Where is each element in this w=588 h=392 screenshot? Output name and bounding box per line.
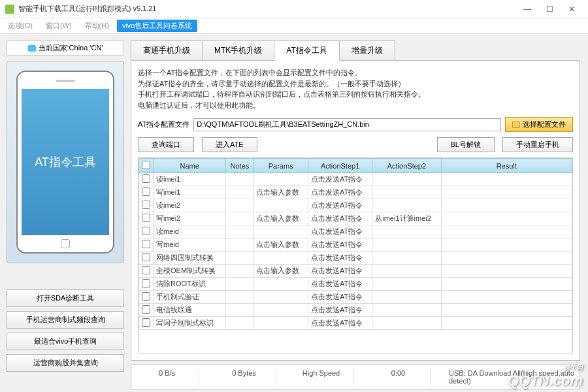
table-cell[interactable]: 从imei1计算imei2 [372, 212, 441, 225]
table-cell [226, 265, 253, 278]
table-cell[interactable]: 点击输入参数 [253, 265, 308, 278]
maximize-button[interactable]: ☐ [538, 2, 561, 16]
table-header[interactable] [139, 159, 154, 173]
choose-config-button[interactable]: 选择配置文件 [505, 117, 573, 132]
table-cell[interactable]: 点击发送AT指令 [308, 278, 372, 291]
table-cell [139, 212, 154, 225]
table-row[interactable]: 读imei1点击发送AT指令 [139, 173, 572, 186]
table-cell [253, 252, 308, 265]
close-button[interactable]: ✕ [561, 2, 583, 16]
table-row[interactable]: 写imei2点击输入参数点击发送AT指令从imei1计算imei2 [139, 212, 572, 225]
table-cell [441, 265, 572, 278]
table-cell [372, 317, 441, 330]
row-checkbox[interactable] [142, 240, 150, 248]
table-cell [372, 252, 441, 265]
table-row[interactable]: 读imei2点击发送AT指令 [139, 199, 572, 212]
table-cell[interactable]: 点击输入参数 [253, 186, 308, 199]
select-all-checkbox[interactable] [142, 161, 150, 169]
manual-reboot-button[interactable]: 手动重启手机 [502, 137, 573, 152]
table-cell[interactable]: 点击发送AT指令 [308, 186, 372, 199]
table-cell[interactable]: 点击发送AT指令 [308, 225, 372, 238]
status-bar: 0 B/s 0 Bytes High Speed 0:00 USB: DA Do… [135, 369, 576, 385]
table-cell [139, 291, 154, 304]
table-row[interactable]: 网络四国制式转换点击发送AT指令 [139, 252, 572, 265]
row-checkbox[interactable] [142, 188, 150, 196]
tab-at-command[interactable]: AT指令工具 [274, 41, 339, 61]
vivo-phone-query-button[interactable]: 最适合vivo手机查询 [7, 333, 124, 350]
table-row[interactable]: 写词子制制式标识点击发送AT指令 [139, 317, 572, 330]
table-header[interactable]: Notes [226, 159, 253, 173]
table-cell[interactable]: 点击发送AT指令 [308, 238, 372, 252]
row-checkbox[interactable] [142, 266, 150, 274]
table-cell[interactable]: 点击发送AT指令 [308, 317, 372, 330]
table-cell [441, 278, 572, 291]
desc-line: 手机打开工程调试端口，待程序自动识别到端口后，点击表格第三列的按钮执行相关指令。 [138, 89, 573, 100]
table-cell[interactable]: 点击发送AT指令 [308, 291, 372, 304]
table-cell[interactable]: 点击发送AT指令 [308, 304, 372, 317]
carrier-band-query-button[interactable]: 手机运营商制式频段查询 [7, 311, 124, 329]
table-cell [253, 173, 308, 186]
table-cell[interactable]: 点击发送AT指令 [308, 173, 372, 186]
row-checkbox[interactable] [142, 279, 150, 287]
row-checkbox[interactable] [142, 227, 150, 235]
table-cell [139, 304, 154, 317]
table-cell[interactable]: 点击发送AT指令 [308, 252, 372, 265]
table-row[interactable]: 写meid点击输入参数点击发送AT指令 [139, 238, 572, 252]
row-checkbox[interactable] [142, 214, 150, 222]
query-port-button[interactable]: 查询端口 [138, 137, 194, 152]
table-cell [139, 238, 154, 252]
row-checkbox[interactable] [142, 174, 150, 183]
table-row[interactable]: 电信线联通点击发送AT指令 [139, 304, 572, 317]
table-row[interactable]: 全模OEM制式转换点击输入参数点击发送AT指令 [139, 265, 572, 278]
row-checkbox[interactable] [142, 201, 150, 209]
open-sda-button[interactable]: 打开SDA诊断工具 [7, 289, 124, 307]
table-header[interactable]: ActionStep1 [308, 159, 372, 173]
titlebar: 智能手机下载工具(运行时跟踪模式) v5.1.21 — ☐ ✕ [0, 0, 588, 18]
table-row[interactable]: 读meid点击发送AT指令 [139, 225, 572, 238]
table-row[interactable]: 清除ROOT标识点击发送AT指令 [139, 278, 572, 291]
table-cell [441, 186, 572, 199]
table-cell [372, 186, 441, 199]
menu-options[interactable]: 选项(O) [3, 20, 38, 32]
table-cell[interactable]: 点击输入参数 [253, 212, 308, 225]
table-cell [226, 173, 253, 186]
table-cell[interactable]: 点击输入参数 [253, 238, 308, 252]
tab-qualcomm[interactable]: 高通手机升级 [131, 41, 203, 61]
minimize-button[interactable]: — [516, 2, 538, 16]
table-cell[interactable]: 点击发送AT指令 [308, 199, 372, 212]
table-header[interactable]: ActionStep2 [372, 159, 441, 173]
table-cell[interactable]: 点击发送AT指令 [308, 212, 372, 225]
table-row[interactable]: 写imei1点击输入参数点击发送AT指令 [139, 186, 572, 199]
table-cell [253, 317, 308, 330]
menu-help[interactable]: 帮助(H) [80, 20, 114, 32]
menu-vivo-survey[interactable]: vivo售后工具问卷系统 [117, 20, 198, 32]
carrier-stock-query-button[interactable]: 运营商购股并集查询 [7, 354, 124, 372]
enter-ate-button[interactable]: 进入ATE [202, 137, 257, 152]
tab-mtk[interactable]: MTK手机升级 [202, 41, 274, 61]
table-cell[interactable]: 点击发送AT指令 [308, 265, 372, 278]
command-table-wrap[interactable]: NameNotesParamsActionStep1ActionStep2Res… [138, 157, 573, 353]
table-cell [372, 199, 441, 212]
table-header[interactable]: Result [441, 159, 572, 173]
table-cell [253, 199, 308, 212]
phone-screen-label: AT指令工具 [22, 89, 109, 235]
status-panel: 0 B/s 0 Bytes High Speed 0:00 USB: DA Do… [131, 365, 580, 389]
tab-incremental[interactable]: 增量升级 [339, 41, 395, 61]
config-path-input[interactable] [193, 118, 501, 131]
row-checkbox[interactable] [142, 305, 150, 314]
table-header[interactable]: Params [253, 159, 308, 173]
menu-window[interactable]: 窗口(W) [41, 20, 77, 32]
phone-home-icon [61, 239, 70, 248]
table-row[interactable]: 手机制式验证点击发送AT指令 [139, 291, 572, 304]
table-cell [226, 252, 253, 265]
table-cell [441, 225, 572, 238]
phone-preview: AT指令工具 [7, 61, 124, 263]
row-checkbox[interactable] [142, 292, 150, 301]
row-checkbox[interactable] [142, 253, 150, 261]
bl-unlock-button[interactable]: BL号解锁 [437, 137, 495, 152]
table-cell [441, 173, 572, 186]
row-checkbox[interactable] [142, 318, 150, 327]
status-bytes: 0 Bytes [212, 369, 276, 385]
command-table: NameNotesParamsActionStep1ActionStep2Res… [139, 158, 572, 330]
table-header[interactable]: Name [154, 159, 226, 173]
